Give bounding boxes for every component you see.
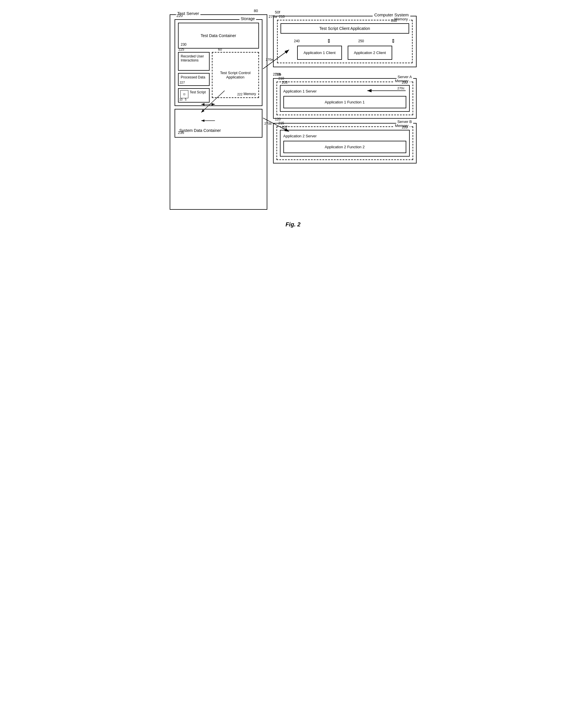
storage-num: 220: [177, 14, 183, 18]
tscapp-inner: Test Script Control Application: [215, 55, 256, 95]
test-data-container-num: 230: [181, 43, 187, 47]
app2-server-box: 207 Application 2 Server 205 Application…: [280, 130, 410, 156]
left-col: 225 Recorded User Interactions Processed…: [178, 52, 210, 103]
app1-server-num: 203: [282, 80, 288, 84]
server-b-memory: Memory 215 207 Application 2 Server 205 …: [276, 126, 413, 160]
figure-label: Fig. 2: [285, 221, 300, 228]
sb-memory-num: 215: [278, 121, 284, 125]
cs-memory-num: 210: [279, 15, 285, 19]
app2-client-num-label: 250: [358, 39, 364, 43]
diagram-container: Test Server 80 Storage 220 Test Data Con…: [164, 9, 422, 216]
app2-function-box: Application 2 Function 2: [284, 141, 406, 153]
recorded-label: Recorded User Interactions: [181, 54, 204, 62]
processed-data-box: Processed Data 227: [178, 73, 210, 86]
app1-client-num-label: 240: [294, 39, 300, 43]
server-b-num: 120: [275, 117, 281, 121]
server-a-label: Server A: [397, 75, 413, 79]
sa-memory-num: 210: [278, 76, 284, 80]
test-script-icon: ⊡: [180, 90, 188, 98]
test-script-label: Test Script: [190, 90, 206, 94]
app2-outer-num: 205: [402, 125, 407, 129]
recorded-num: 225: [179, 47, 184, 51]
lower-storage: 225 Recorded User Interactions Processed…: [178, 52, 259, 103]
main-layout: Test Server 80 Storage 220 Test Data Con…: [170, 15, 417, 210]
processed-label: Processed Data: [181, 75, 205, 79]
app2-function-label: Application 2 Function 2: [325, 145, 365, 149]
system-data-container-box: System Data Container 235: [175, 109, 262, 137]
test-server-box: Test Server 80 Storage 220 Test Data Con…: [170, 15, 267, 210]
processed-num: 227: [180, 81, 185, 84]
app2-client-box: Application 2 Client: [348, 46, 392, 60]
app1-client-box: Application 1 Client: [297, 46, 342, 60]
test-script-box: ⊡ Test Script 10 5: [178, 88, 210, 103]
test-server-num: 80: [254, 9, 258, 13]
app2-client-label: Application 2 Client: [354, 51, 386, 55]
server-b-label: Server B: [396, 120, 413, 124]
storage-label: Storage: [239, 16, 256, 21]
computer-system-box: Computer System 50f Memory 210 260 Test …: [273, 16, 417, 67]
computer-system-memory: Memory 210 260 Test Script Client Applic…: [277, 20, 412, 63]
tsca-label: Test Script Client Application: [319, 26, 370, 31]
server-b-box: Server B 120 Memory 215 207 Application …: [273, 123, 417, 164]
app2-server-num: 207: [282, 125, 288, 129]
app1-function-label: Application 1 Function 1: [325, 100, 365, 104]
app-clients-row: Application 1 Client Application 2 Clien…: [281, 46, 409, 60]
conn-270b-area: 270b: [273, 72, 417, 77]
storage-box: Storage 220 Test Data Container 230 225: [175, 19, 262, 106]
sdc-label: System Data Container: [180, 128, 258, 133]
app1-client-label: Application 1 Client: [303, 51, 335, 55]
computer-system-label: Computer System: [373, 12, 410, 17]
recorded-user-interactions-box: 225 Recorded User Interactions: [178, 52, 210, 71]
test-script-nums: 10 5: [180, 98, 187, 101]
test-script-control-app-box: 60 Test Script Control Application Memor…: [212, 52, 259, 98]
app1-server-label: Application 1 Server: [284, 89, 317, 93]
test-data-container: Test Data Container 230: [178, 23, 259, 49]
diagram-wrapper: Test Server 80 Storage 220 Test Data Con…: [164, 9, 422, 216]
test-data-container-label: Test Data Container: [183, 33, 254, 38]
server-a-box: Server A 110 Memory 210 203 Application …: [273, 78, 417, 119]
tscapp-memory-label: Memory: [243, 92, 256, 96]
app1-function-box: Application 1 Function 1: [284, 96, 406, 108]
app1-server-box: 203 Application 1 Server 200 Application…: [280, 85, 410, 112]
right-column: 270a Computer System 50f Memory 210 260 …: [273, 15, 417, 168]
tscapp-memory-num: 222: [237, 93, 242, 96]
server-a-num: 110: [275, 72, 281, 76]
tscapp-label: Test Script Control Application: [215, 71, 256, 79]
tsca-num: 260: [391, 19, 397, 23]
app2-server-label: Application 2 Server: [284, 134, 317, 138]
sdc-num: 235: [178, 130, 184, 135]
tscapp-num: 60: [218, 47, 222, 51]
server-a-memory: Memory 210 203 Application 1 Server 200 …: [276, 82, 413, 115]
app-clients-arrow-row: 240 ⇕ 250 ⇕: [281, 36, 409, 46]
app1-outer-num: 200: [402, 80, 407, 84]
test-script-client-app-box: 260 Test Script Client Application: [281, 23, 409, 34]
computer-system-num: 50f: [275, 10, 280, 15]
